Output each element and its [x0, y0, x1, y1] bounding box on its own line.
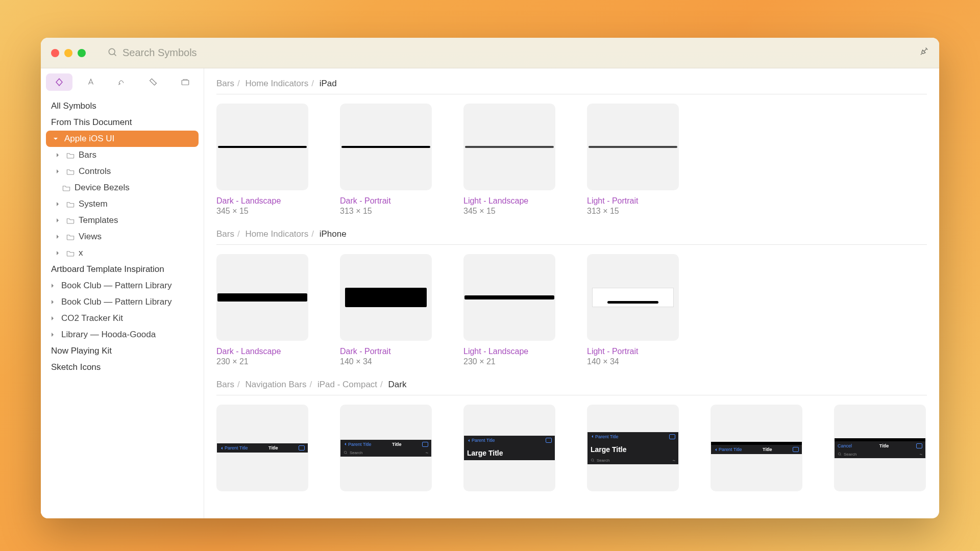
card-title: Light - Portrait [587, 196, 679, 206]
cancel-button: Cancel [838, 443, 852, 448]
sidebar-item-controls[interactable]: Controls [41, 163, 204, 180]
crumb[interactable]: Home Indicators [245, 79, 308, 88]
symbol-card[interactable]: Light - Landscape 345 × 15 [463, 104, 555, 216]
tree-label: From This Document [51, 117, 132, 128]
thumbnail: Parent Title Title Search⏦ [340, 405, 432, 491]
sidebar-item-apple-ios-ui[interactable]: Apple iOS UI [46, 131, 199, 147]
chevron-right-icon [53, 153, 62, 158]
thumbnail [340, 104, 432, 190]
sidebar-item-system[interactable]: System [41, 196, 204, 212]
thumbnail: Cancel Title Search⏦ [834, 405, 926, 491]
traffic-lights [51, 49, 86, 57]
sidebar-item-bars[interactable]: Bars [41, 147, 204, 163]
card-title: Dark - Landscape [216, 196, 308, 206]
tree-label: CO2 Tracker Kit [61, 313, 123, 323]
action-icon [669, 434, 675, 439]
nav-title: Title [763, 447, 772, 452]
sidebar-item-all-symbols[interactable]: All Symbols [41, 98, 204, 114]
sidebar-item-sketch-icons[interactable]: Sketch Icons [41, 359, 204, 375]
crumb[interactable]: Navigation Bars [245, 380, 306, 389]
action-icon [916, 443, 922, 448]
search-input[interactable] [122, 47, 378, 59]
thumbnail: Parent Title Large Title Search⏦ [587, 405, 679, 491]
symbol-card[interactable]: Dark - Landscape 230 × 21 [216, 254, 308, 366]
tree-label: Controls [79, 166, 111, 177]
chevron-right-icon [53, 202, 62, 207]
symbol-card[interactable]: Parent Title Large Title [463, 405, 555, 491]
card-title: Light - Landscape [463, 347, 555, 356]
pin-icon[interactable] [918, 46, 929, 60]
svg-line-1 [114, 54, 116, 56]
symbol-card[interactable]: Parent Title Title [710, 405, 802, 491]
tree-label: Now Playing Kit [51, 346, 112, 356]
thumbnail [216, 254, 308, 341]
card-title: Dark - Portrait [340, 347, 432, 356]
card-title: Dark - Landscape [216, 347, 308, 356]
sidebar-item-x[interactable]: x [41, 245, 204, 261]
sidebar-item-from-document[interactable]: From This Document [41, 114, 204, 131]
sidebar-item-hooda[interactable]: Library — Hooda-Gooda [41, 327, 204, 343]
symbol-card[interactable]: Parent Title Title [216, 405, 308, 491]
action-icon [299, 445, 305, 450]
navbar-preview: Parent Title Large Title [464, 436, 555, 460]
home-indicator-light [464, 295, 554, 299]
sidebar-item-now-playing[interactable]: Now Playing Kit [41, 343, 204, 359]
card-dimensions: 230 × 21 [463, 357, 555, 366]
symbol-card[interactable]: Parent Title Large Title Search⏦ [587, 405, 679, 491]
chevron-right-icon [53, 169, 62, 174]
thumbnail [463, 254, 555, 341]
thumbnail: Parent Title Title [216, 405, 308, 491]
home-indicator-dark [217, 293, 307, 302]
tree-label: x [79, 248, 83, 258]
sidebar-item-device-bezels[interactable]: Device Bezels [41, 180, 204, 196]
svg-line-6 [593, 461, 594, 462]
crumb[interactable]: Bars [216, 79, 234, 88]
symbol-card[interactable]: Parent Title Title Search⏦ [340, 405, 432, 491]
folder-icon [66, 152, 75, 159]
separator: / [237, 229, 240, 239]
crumb[interactable]: Bars [216, 380, 234, 389]
search-bar: Search⏦ [835, 450, 925, 458]
large-title: Large Title [591, 443, 627, 455]
mic-icon: ⏦ [920, 452, 922, 457]
tree-label: Sketch Icons [51, 362, 101, 372]
search-bar: Search⏦ [340, 449, 431, 457]
divider [216, 395, 927, 395]
tab-symbols[interactable] [46, 73, 72, 91]
folder-icon [66, 168, 75, 175]
symbol-card[interactable]: Dark - Portrait 313 × 15 [340, 104, 432, 216]
crumb[interactable]: Home Indicators [245, 229, 308, 239]
symbol-card[interactable]: Light - Portrait 140 × 34 [587, 254, 679, 366]
svg-point-0 [109, 48, 115, 55]
symbol-card[interactable]: Dark - Landscape 345 × 15 [216, 104, 308, 216]
sidebar-item-bookclub-1[interactable]: Book Club — Pattern Library [41, 278, 204, 294]
home-indicator-light [465, 146, 554, 148]
symbol-card[interactable]: Light - Landscape 230 × 21 [463, 254, 555, 366]
crumb[interactable]: iPad - Compact [317, 380, 377, 389]
content: Bars/ Home Indicators/ iPad Dark - Lands… [204, 68, 939, 518]
sidebar-tabs [41, 68, 204, 98]
tab-text-styles[interactable] [78, 73, 104, 91]
minimize-button[interactable] [64, 49, 72, 57]
symbol-card[interactable]: Cancel Title Search⏦ [834, 405, 926, 491]
sidebar-item-views[interactable]: Views [41, 229, 204, 245]
sidebar-item-co2[interactable]: CO2 Tracker Kit [41, 310, 204, 327]
symbol-card[interactable]: Light - Portrait 313 × 15 [587, 104, 679, 216]
sidebar-item-templates[interactable]: Templates [41, 212, 204, 229]
tab-colors[interactable] [140, 73, 167, 91]
close-button[interactable] [51, 49, 59, 57]
nav-title: Title [879, 443, 889, 448]
maximize-button[interactable] [78, 49, 86, 57]
action-icon [546, 438, 552, 443]
tab-layer-styles[interactable] [109, 73, 136, 91]
sidebar-item-artboard-inspiration[interactable]: Artboard Template Inspiration [41, 261, 204, 278]
back-button: Parent Title [220, 445, 248, 450]
symbol-card[interactable]: Dark - Portrait 140 × 34 [340, 254, 432, 366]
app-window: All Symbols From This Document Apple iOS… [41, 38, 939, 518]
crumb[interactable]: Bars [216, 229, 234, 239]
sidebar-item-bookclub-2[interactable]: Book Club — Pattern Library [41, 294, 204, 310]
body: All Symbols From This Document Apple iOS… [41, 68, 939, 518]
folder-icon [66, 201, 75, 208]
symbol-grid: Parent Title Title Parent Title Title [216, 405, 927, 491]
tab-components[interactable] [172, 73, 199, 91]
